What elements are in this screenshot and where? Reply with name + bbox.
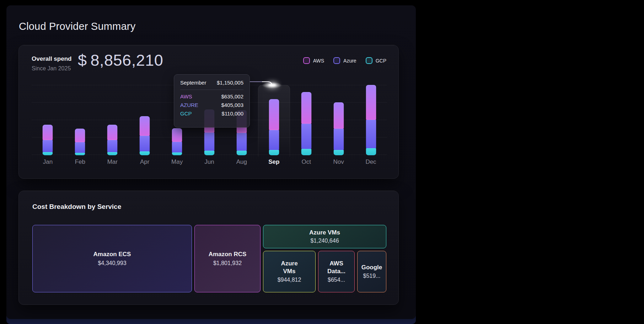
bar-segment-aws: [366, 85, 376, 120]
tooltip-total: $1,150,005: [217, 80, 243, 86]
bar-segment-gcp: [366, 148, 376, 155]
tooltip-row-azure: AZURE $405,003: [180, 102, 243, 108]
bar-slot-mar: [96, 81, 129, 155]
x-axis-label-mar: Mar: [96, 158, 129, 166]
stacked-bar-feb[interactable]: [75, 129, 85, 155]
legend-label: GCP: [376, 58, 386, 64]
bar-segment-aws: [172, 128, 182, 142]
legend-item-gcp[interactable]: GCP: [366, 57, 386, 64]
amount-value: 8,856,210: [91, 51, 163, 69]
legend-chip-gcp: [366, 57, 372, 64]
bar-slot-nov: [322, 81, 355, 155]
tooltip-azure-value: $405,003: [221, 102, 243, 108]
tooltip-aws-value: $635,002: [221, 93, 243, 99]
stacked-bar-sep[interactable]: [269, 99, 279, 155]
tile-name: Amazon ECS: [93, 250, 131, 258]
treemap-tile-azure-vms-small[interactable]: Azure VMs$944,812: [263, 251, 316, 292]
tile-name: Azure VMs: [275, 260, 304, 275]
tooltip-gcp-label: GCP: [180, 110, 192, 117]
chart-legend: AWSAzureGCP: [303, 57, 386, 64]
tile-value: $944,812: [278, 276, 301, 284]
tile-value: $519...: [363, 272, 381, 280]
x-axis-label-jun: Jun: [193, 158, 226, 166]
treemap-tile-google[interactable]: Google$519...: [357, 251, 386, 292]
bar-segment-gcp: [301, 149, 311, 155]
tooltip-aws-label: AWS: [180, 93, 192, 99]
bar-segment-gcp: [140, 151, 150, 155]
treemap-tile-amazon-rcs[interactable]: Amazon RCS$1,801,932: [194, 225, 261, 292]
legend-item-azure[interactable]: Azure: [333, 57, 356, 64]
bar-segment-azure: [204, 133, 214, 151]
x-axis-label-may: May: [161, 158, 193, 166]
stacked-bar-dec[interactable]: [366, 85, 376, 155]
app-panel: Cloud Provider Summary Overall spend Sin…: [6, 5, 416, 319]
x-axis-label-sep: Sep: [258, 158, 290, 166]
tooltip-gcp-value: $110,000: [222, 110, 243, 117]
stacked-bar-may[interactable]: [172, 128, 182, 155]
treemap-tile-amazon-ecs[interactable]: Amazon ECS$4,340,993: [32, 225, 192, 292]
legend-label: AWS: [313, 58, 324, 64]
stacked-bar-mar[interactable]: [107, 125, 118, 155]
tooltip-row-gcp: GCP $110,000: [180, 110, 243, 117]
bar-segment-gcp: [172, 152, 182, 155]
bar-segment-gcp: [75, 153, 85, 155]
bar-segment-azure: [43, 140, 53, 152]
treemap-tile-azure-vms-large[interactable]: Azure VMs$1,240,646: [263, 225, 386, 248]
stacked-bar-nov[interactable]: [333, 102, 344, 155]
stacked-bar-jan[interactable]: [43, 125, 53, 155]
x-axis-label-dec: Dec: [355, 158, 387, 166]
tile-name: Amazon RCS: [209, 250, 247, 258]
bar-segment-azure: [333, 129, 344, 150]
legend-chip-aws: [303, 57, 310, 64]
tooltip-row-aws: AWS $635,002: [180, 93, 243, 99]
x-axis-label-nov: Nov: [322, 158, 355, 166]
tooltip-azure-label: AZURE: [180, 102, 198, 108]
bar-slot-feb: [64, 81, 96, 155]
bar-segment-azure: [301, 124, 311, 149]
bar-segment-aws: [333, 102, 344, 129]
legend-label: Azure: [343, 58, 356, 64]
tile-value: $654...: [328, 276, 345, 284]
bar-segment-aws: [301, 92, 311, 124]
stacked-bar-oct[interactable]: [301, 92, 311, 155]
bar-slot-oct: [290, 81, 322, 155]
treemap-tile-aws-data[interactable]: AWS Data...$654...: [318, 251, 355, 292]
bar-segment-gcp: [204, 151, 214, 155]
bar-slot-sep: [258, 81, 290, 155]
bar-segment-azure: [140, 136, 150, 151]
stacked-bar-apr[interactable]: [140, 116, 150, 155]
bar-segment-azure: [236, 133, 247, 151]
bar-segment-aws: [43, 125, 53, 140]
bar-segment-azure: [269, 130, 279, 150]
tile-value: $4,340,993: [98, 260, 126, 267]
tile-value: $1,240,646: [310, 237, 339, 244]
spend-period-label: Since Jan 2025: [32, 65, 71, 72]
x-axis-label-apr: Apr: [129, 158, 161, 166]
legend-item-aws[interactable]: AWS: [303, 57, 324, 64]
x-axis-label-feb: Feb: [64, 158, 96, 166]
bar-segment-azure: [75, 142, 85, 153]
bar-segment-gcp: [269, 150, 279, 155]
highlight-glow-core: [268, 84, 276, 86]
chart-x-axis-labels: JanFebMarAprMayJunAugSepOctNovDec: [32, 158, 387, 166]
service-treemap: Amazon ECS$4,340,993Amazon RCS$1,801,932…: [32, 225, 386, 292]
x-axis-label-oct: Oct: [290, 158, 322, 166]
overall-spend-label: Overall spend: [32, 55, 71, 63]
page-title: Cloud Provider Summary: [19, 21, 135, 32]
tile-name: Azure VMs: [309, 229, 340, 236]
x-axis-label-aug: Aug: [225, 158, 258, 166]
breakdown-title: Cost Breakdown by Service: [32, 203, 121, 211]
tile-name: Google: [361, 264, 382, 271]
bar-segment-gcp: [236, 151, 247, 155]
overall-spend-amount: $8,856,210: [78, 51, 163, 70]
legend-chip-azure: [333, 57, 340, 64]
bar-slot-jan: [32, 81, 64, 155]
screenshot-canvas: Cloud Provider Summary Overall spend Sin…: [0, 0, 644, 324]
bar-segment-azure: [107, 140, 118, 152]
bar-segment-gcp: [333, 150, 344, 155]
overall-spend-card: Overall spend Since Jan 2025 $8,856,210 …: [18, 45, 399, 179]
bar-segment-aws: [140, 116, 150, 136]
bar-segment-azure: [172, 142, 182, 152]
currency-symbol: $: [78, 51, 87, 69]
bar-segment-aws: [75, 129, 85, 142]
